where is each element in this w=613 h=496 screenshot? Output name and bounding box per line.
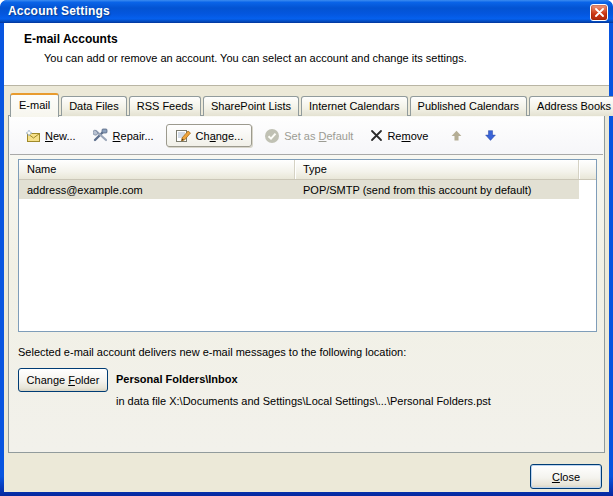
tab-sharepoint-lists[interactable]: SharePoint Lists — [203, 96, 299, 116]
up-arrow-icon — [450, 129, 463, 142]
page-title: E-mail Accounts — [24, 32, 118, 46]
new-account-button[interactable]: New... — [20, 126, 81, 146]
tab-internet-calendars[interactable]: Internet Calendars — [301, 96, 408, 116]
header-band: E-mail Accounts You can add or remove an… — [4, 23, 609, 86]
move-up-button — [446, 126, 467, 145]
list-header: Name Type — [19, 160, 596, 180]
delivery-location-text: Selected e-mail account delivers new e-m… — [18, 346, 406, 358]
remove-icon — [370, 129, 383, 142]
close-window-button[interactable] — [590, 4, 608, 21]
tab-published-calendars[interactable]: Published Calendars — [410, 96, 528, 116]
set-default-icon — [264, 128, 280, 144]
dialog-body: E-mail Accounts You can add or remove an… — [4, 23, 609, 492]
data-file-path: in data file X:\Documents and Settings\L… — [116, 395, 491, 407]
repair-icon — [93, 128, 109, 143]
account-name-cell: address@example.com — [19, 184, 295, 196]
repair-account-button[interactable]: Repair... — [88, 125, 159, 146]
titlebar[interactable]: Account Settings — [0, 0, 613, 23]
window-title: Account Settings — [8, 4, 110, 18]
close-button[interactable]: Close — [530, 464, 602, 489]
column-header-type[interactable]: Type — [295, 160, 579, 179]
change-icon — [175, 128, 192, 143]
change-account-button[interactable]: Change... — [166, 124, 253, 147]
column-header-filler — [579, 160, 596, 179]
change-folder-button[interactable]: Change Folder — [18, 368, 108, 392]
page-description: You can add or remove an account. You ca… — [44, 52, 467, 64]
tab-bar: E-mail Data Files RSS Feeds SharePoint L… — [10, 91, 613, 116]
account-type-cell: POP/SMTP (send from this account by defa… — [295, 184, 579, 196]
new-mail-icon — [25, 129, 41, 143]
account-row-selected[interactable]: address@example.com POP/SMTP (send from … — [19, 180, 579, 199]
tab-rss-feeds[interactable]: RSS Feeds — [129, 96, 201, 116]
down-arrow-icon — [484, 129, 497, 142]
email-tab-page: New... Repair... — [8, 115, 605, 453]
accounts-list: Name Type address@example.com POP/SMTP (… — [18, 159, 597, 332]
accounts-toolbar: New... Repair... — [10, 117, 603, 155]
account-settings-dialog: Account Settings E-mail Accounts You can… — [0, 0, 613, 496]
close-icon — [595, 8, 604, 17]
remove-account-button[interactable]: Remove — [365, 126, 433, 145]
tab-address-books[interactable]: Address Books — [529, 96, 613, 116]
delivery-folder: Personal Folders\Inbox — [116, 373, 238, 385]
move-down-button[interactable] — [480, 126, 501, 145]
column-header-name[interactable]: Name — [19, 160, 295, 179]
tab-data-files[interactable]: Data Files — [61, 96, 127, 116]
tab-email[interactable]: E-mail — [10, 93, 59, 117]
set-as-default-button: Set as Default — [259, 125, 358, 147]
